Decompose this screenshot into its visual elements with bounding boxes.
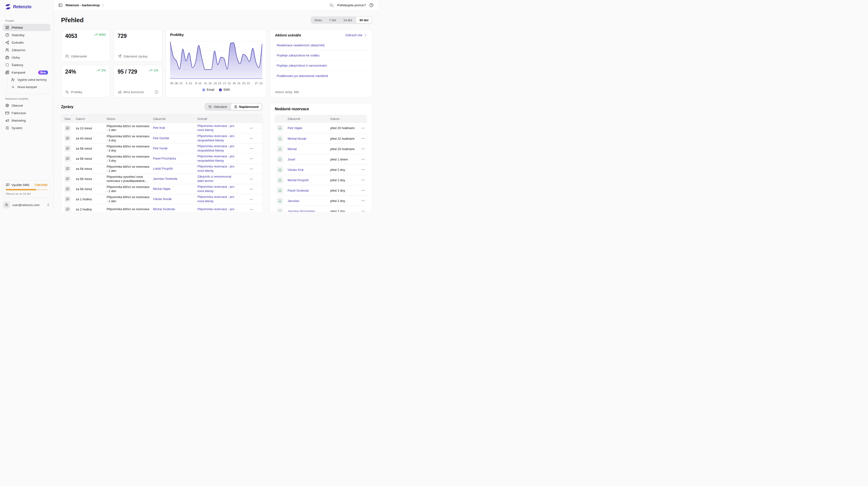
x-tick: 11. 12. bbox=[204, 82, 212, 85]
message-status bbox=[64, 186, 71, 192]
sidebar-item-obecne[interactable]: Obecné bbox=[3, 102, 51, 109]
customer-link[interactable]: Michal Hájek bbox=[153, 187, 197, 191]
message-row: za 1 hodinuPřipomínka blížící se rezerva… bbox=[61, 194, 262, 204]
customer-link[interactable]: Michal Novák bbox=[287, 137, 330, 141]
x-tick: 17. 12. bbox=[223, 82, 231, 85]
scenario-link[interactable]: Připomínka rezervace - pro nové klienty bbox=[197, 185, 241, 193]
sidebar-item-vyplnit-volne-terminy[interactable]: Vyplnit volné termíny bbox=[9, 76, 51, 83]
eye-off-icon bbox=[330, 3, 334, 7]
row-menu-button[interactable] bbox=[241, 157, 262, 161]
customer-link[interactable]: Pavel Svoboda bbox=[287, 189, 330, 192]
bell-icon bbox=[278, 209, 282, 212]
reservation-row: Pavel Svobodapřed 2 dny bbox=[275, 185, 367, 195]
toggle-odeslane[interactable]: Odeslané bbox=[205, 103, 230, 110]
customer-link[interactable]: Jaroslav Svoboda bbox=[153, 177, 197, 181]
row-menu-button[interactable] bbox=[241, 126, 262, 130]
scenario-link[interactable]: Popřeje zákazníkovi k narozeninám bbox=[275, 61, 367, 71]
customer-link[interactable]: Petr Dvořák bbox=[153, 136, 197, 141]
customer-link[interactable]: Michal Pospíšil bbox=[287, 178, 330, 182]
scenario-link[interactable]: Připomínka rezervace - pro nové klienty bbox=[197, 164, 241, 173]
main-area: Retenzio - barbershop Potřebujete pomoc?… bbox=[54, 0, 378, 212]
sidebar-toggle-button[interactable] bbox=[58, 3, 62, 7]
customer-link[interactable]: Michal bbox=[287, 147, 330, 151]
user-menu[interactable]: user@retenzio.com bbox=[3, 201, 51, 209]
row-menu-button[interactable] bbox=[359, 188, 367, 192]
history-icon bbox=[209, 105, 212, 109]
row-menu-button[interactable] bbox=[241, 147, 262, 151]
customer-link[interactable]: Petr Horák bbox=[153, 147, 197, 151]
help-icon bbox=[369, 3, 373, 7]
help-link[interactable]: Potřebujete pomoc? bbox=[337, 3, 366, 7]
scenario-link[interactable]: Připomínka rezervace - pro nespolehlivé … bbox=[197, 154, 241, 163]
row-menu-button[interactable] bbox=[359, 178, 367, 182]
row-menu-button[interactable] bbox=[359, 147, 367, 151]
scenario-link[interactable]: Připomínka rezervace - pro bbox=[197, 207, 241, 211]
row-menu-button[interactable] bbox=[359, 136, 367, 141]
reservation-bell bbox=[276, 156, 283, 163]
stat-value: 729 bbox=[118, 33, 127, 39]
dots-icon bbox=[361, 126, 365, 130]
scenario-link[interactable]: Poděkování po dokončené návštěvě bbox=[275, 71, 367, 81]
row-menu-button[interactable] bbox=[241, 198, 262, 201]
row-menu-button[interactable] bbox=[359, 209, 367, 212]
customer-link[interactable]: Pavel Procházka bbox=[153, 157, 197, 161]
column-header: Datum bbox=[330, 117, 359, 121]
hide-values-button[interactable] bbox=[330, 3, 334, 7]
sidebar-item-statistiky[interactable]: Statistiky bbox=[3, 31, 51, 39]
scenario-link[interactable]: Popřeje zákazníkovi ke svátku bbox=[275, 51, 367, 61]
sidebar-item-marketing[interactable]: Marketing bbox=[3, 117, 51, 124]
customer-link[interactable]: Lukáš Pospíšil bbox=[153, 167, 197, 171]
sms-usage-label: Využité SMS bbox=[11, 183, 29, 187]
sidebar-item-prehled[interactable]: Přehled bbox=[3, 24, 51, 31]
sidebar-item-fakturace[interactable]: Fakturace bbox=[3, 109, 51, 117]
sidebar-item-sablony[interactable]: Šablony bbox=[3, 61, 51, 68]
help-circle-button[interactable] bbox=[369, 3, 373, 7]
sidebar-item-kampane[interactable]: KampaněBeta bbox=[3, 69, 51, 76]
range-button-Dnes[interactable]: Dnes bbox=[311, 17, 325, 23]
row-menu-button[interactable] bbox=[241, 208, 262, 211]
range-button-7-dní[interactable]: 7 dní bbox=[326, 17, 339, 23]
row-menu-button[interactable] bbox=[241, 187, 262, 191]
row-menu-button[interactable] bbox=[241, 177, 262, 181]
scenario-link[interactable]: Připomínka rezervace - pro nespolehlivé … bbox=[197, 134, 241, 142]
row-menu-button[interactable] bbox=[241, 167, 262, 171]
reservation-bell bbox=[276, 124, 283, 131]
customer-link[interactable]: Václav Král bbox=[287, 168, 330, 172]
x-tick: 23. 12. bbox=[242, 82, 251, 85]
sidebar-item-zakaznici[interactable]: Zákazníci bbox=[3, 46, 51, 54]
message-icon bbox=[66, 208, 69, 211]
row-menu-button[interactable] bbox=[359, 199, 367, 203]
message-status bbox=[64, 176, 71, 182]
sidebar-item-nova-kampan[interactable]: Nová kampaň bbox=[9, 84, 51, 90]
message-icon bbox=[66, 177, 69, 181]
range-button-14-dní[interactable]: 14 dní bbox=[340, 17, 355, 23]
scenario-link[interactable]: Připomínka rezervace - pro nespolehlivé … bbox=[197, 144, 241, 153]
x-tick: 14. 12. bbox=[214, 82, 222, 85]
row-menu-button[interactable] bbox=[359, 157, 367, 161]
scenario-link[interactable]: Připomínka rezervace - pro nové klienty bbox=[197, 124, 241, 132]
scenario-link[interactable]: Reaktivace neaktivních zákazníků bbox=[275, 40, 367, 51]
row-menu-button[interactable] bbox=[241, 136, 262, 141]
show-all-link[interactable]: Zobrazit vše bbox=[345, 33, 367, 37]
range-button-30-dní[interactable]: 30 dní bbox=[356, 17, 372, 23]
customer-link[interactable]: Josef bbox=[287, 158, 330, 161]
sidebar-item-system[interactable]: Systém bbox=[3, 124, 51, 131]
chart-legend: EmailSMS bbox=[170, 88, 262, 91]
customer-link[interactable]: Jaroslav bbox=[287, 199, 330, 203]
customer-link[interactable]: Petr Král bbox=[153, 126, 197, 130]
customer-link[interactable]: Petr Hájek bbox=[287, 126, 330, 130]
sidebar-item-ulohy[interactable]: Úlohy bbox=[3, 54, 51, 61]
workspace-selector[interactable]: Retenzio - barbershop bbox=[66, 3, 104, 7]
row-menu-button[interactable] bbox=[359, 168, 367, 172]
customer-link[interactable]: Michal Svoboda bbox=[153, 207, 197, 211]
row-menu-button[interactable] bbox=[359, 126, 367, 130]
campaign-subnav: Vyplnit volné termínyNová kampaň bbox=[7, 76, 51, 90]
scenario-link[interactable]: Zákazník si nerezervoval další termín bbox=[197, 175, 241, 183]
customer-link[interactable]: Jaroslav Procházka bbox=[287, 209, 330, 212]
info-button[interactable] bbox=[155, 90, 158, 94]
customer-link[interactable]: Václav Novák bbox=[153, 197, 197, 201]
toggle-naplanovane[interactable]: Naplánované bbox=[231, 103, 262, 110]
legend-swatch bbox=[219, 89, 222, 91]
scenario-link[interactable]: Připomínka rezervace - pro nové klienty bbox=[197, 195, 241, 203]
sidebar-item-scenare[interactable]: Scénáře bbox=[3, 39, 51, 46]
